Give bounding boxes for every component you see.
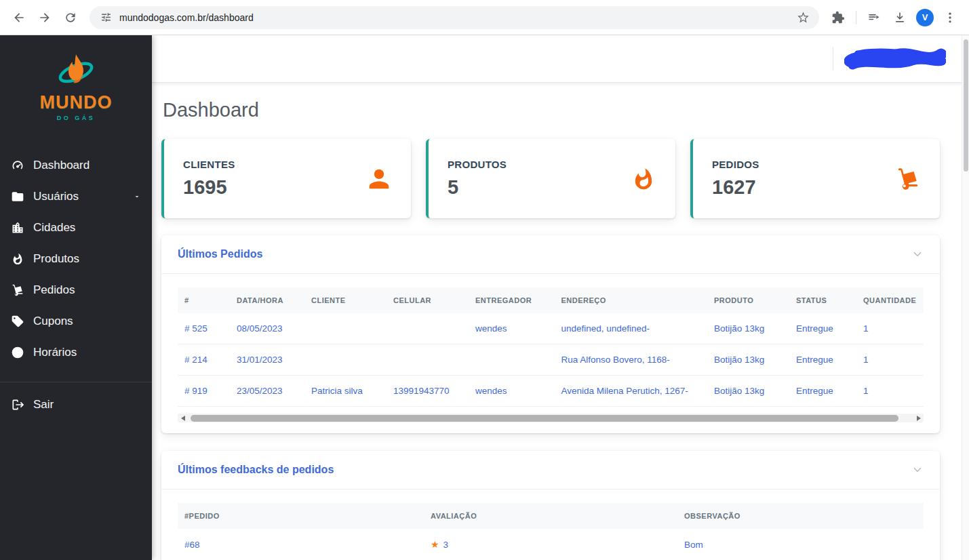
stat-card-pedidos: PEDIDOS 1627 (690, 139, 940, 218)
order-qty-cell: 1 (856, 313, 924, 344)
order-status-cell: Entregue (789, 313, 856, 344)
order-qty-cell: 1 (856, 376, 924, 407)
column-header: DATA/HORA (230, 287, 304, 313)
orders-header-row: # DATA/HORA CLIENTE CELULAR ENTREGADOR E… (178, 287, 924, 313)
order-courier-cell: wendes (469, 376, 555, 407)
orders-horizontal-scrollbar[interactable] (178, 414, 924, 422)
sidebar-item-pedidos[interactable]: Pedidos (0, 275, 152, 306)
rating-value: 3 (443, 540, 449, 550)
order-client-cell (304, 313, 387, 344)
sidebar-item-dashboard[interactable]: Dashboard (0, 150, 152, 181)
scrollbar-track[interactable] (188, 414, 913, 422)
sidebar-item-label: Sair (33, 398, 54, 412)
collapse-chevron-icon[interactable] (911, 464, 924, 476)
stat-card-clientes: CLIENTES 1695 (161, 139, 411, 218)
address-bar[interactable]: mundodogas.com.br/dashboard (90, 6, 819, 29)
column-header: ENDEREÇO (555, 287, 708, 313)
sidebar-item-cupons[interactable]: Cupons (0, 306, 152, 337)
tag-icon (11, 315, 24, 328)
profile-avatar[interactable]: V (916, 9, 934, 26)
column-header: # (178, 287, 230, 313)
flame-icon (11, 252, 24, 266)
reload-icon[interactable] (58, 5, 83, 30)
orders-card-header: Últimos Pedidos (161, 235, 940, 274)
sidebar-divider (0, 382, 152, 382)
forward-icon[interactable] (33, 5, 57, 30)
column-header: OBSERVAÇÃO (677, 503, 924, 529)
bookmark-star-icon[interactable] (795, 9, 811, 26)
order-phone-cell (387, 313, 469, 344)
sidebar-item-label: Dashboard (33, 159, 90, 172)
sidebar-menu: Dashboard Usuários Cidades (0, 142, 152, 420)
column-header: AVALIAÇÃO (424, 503, 677, 529)
sidebar-item-label: Cupons (33, 315, 73, 328)
column-header: STATUS (789, 287, 856, 313)
person-icon (366, 166, 392, 192)
sidebar-item-sair[interactable]: Sair (0, 389, 152, 420)
order-address-cell: Rua Alfonso Bovero, 1168- (555, 344, 708, 376)
stat-value: 5 (448, 176, 507, 199)
feedback-rating-cell: ★3 (424, 529, 677, 560)
city-icon (11, 221, 24, 235)
back-icon[interactable] (7, 5, 31, 30)
sidebar-item-label: Usuários (33, 190, 79, 203)
orders-card-title: Últimos Pedidos (178, 248, 262, 260)
order-client-cell (304, 344, 387, 376)
reading-list-icon[interactable] (862, 5, 886, 30)
downloads-icon[interactable] (888, 5, 912, 30)
scroll-left-arrow-icon[interactable] (178, 414, 188, 422)
top-header (152, 35, 969, 83)
stat-label: CLIENTES (183, 159, 235, 170)
redacted-username-scribble (844, 45, 946, 73)
sidebar-item-cidades[interactable]: Cidades (0, 212, 152, 243)
logo-flame-icon (54, 52, 98, 91)
orders-card: Últimos Pedidos # DATA/HORA (161, 235, 940, 433)
order-phone-cell: 13991943770 (387, 376, 469, 407)
star-icon: ★ (431, 539, 439, 550)
scrollbar-thumb[interactable] (964, 39, 968, 172)
hand-truck-icon (895, 166, 921, 192)
column-header: CLIENTE (304, 287, 387, 313)
sidebar-item-label: Horários (33, 346, 77, 359)
toolbar-separator (856, 11, 856, 24)
scrollbar-thumb[interactable] (191, 415, 898, 422)
column-header: PRODUTO (707, 287, 789, 313)
menu-kebab-icon[interactable] (938, 5, 962, 30)
order-qty-cell: 1 (856, 344, 924, 376)
order-client-cell: Patricia silva (304, 376, 387, 407)
column-header: QUANTIDADE (856, 287, 924, 313)
sidebar-item-usuarios[interactable]: Usuários (0, 181, 152, 212)
column-header: ENTREGADOR (469, 287, 555, 313)
scroll-right-arrow-icon[interactable] (913, 414, 924, 422)
logo-title: MUNDO (40, 92, 113, 113)
url-text: mundodogas.com.br/dashboard (119, 12, 795, 23)
order-date-cell: 23/05/2023 (230, 376, 304, 407)
order-product-cell: Botijão 13kg (707, 344, 789, 376)
order-address-cell: Avenida Milena Perutich, 1267- (555, 376, 708, 407)
page-content: Dashboard CLIENTES 1695 PRODUTOS 5 (152, 83, 969, 560)
page-title: Dashboard (163, 99, 940, 121)
site-settings-icon[interactable] (98, 9, 114, 26)
tachometer-icon (11, 159, 24, 172)
order-courier-cell: wendes (469, 313, 555, 344)
app-frame: MUNDO DO GÁS Dashboard Usuários (0, 35, 969, 560)
stat-label: PEDIDOS (712, 159, 759, 170)
table-row: # 525 08/05/2023 wendes undefined, undef… (178, 313, 924, 344)
extensions-icon[interactable] (826, 5, 850, 30)
collapse-chevron-icon[interactable] (911, 248, 924, 260)
sidebar-item-produtos[interactable]: Produtos (0, 243, 152, 275)
page-vertical-scrollbar[interactable] (962, 35, 969, 560)
order-status-cell: Entregue (789, 376, 856, 407)
sidebar-item-horarios[interactable]: Horários (0, 337, 152, 368)
folder-icon (11, 190, 24, 203)
chevron-down-icon (133, 193, 141, 201)
table-row: # 919 23/05/2023 Patricia silva 13991943… (178, 376, 924, 407)
mundo-do-gas-logo: MUNDO DO GÁS (0, 35, 152, 142)
feedbacks-card: Últimos feedbacks de pedidos #PEDIDO AVA… (161, 451, 940, 560)
table-row: # 214 31/01/2023 Rua Alfonso Bovero, 116… (178, 344, 924, 376)
sidebar-item-label: Cidades (33, 221, 75, 235)
table-row: #68 ★3 Bom (178, 529, 924, 560)
order-courier-cell (469, 344, 555, 376)
order-date-cell: 31/01/2023 (230, 344, 304, 376)
feedbacks-card-body: #PEDIDO AVALIAÇÃO OBSERVAÇÃO #68 ★3 Bom (161, 489, 940, 560)
